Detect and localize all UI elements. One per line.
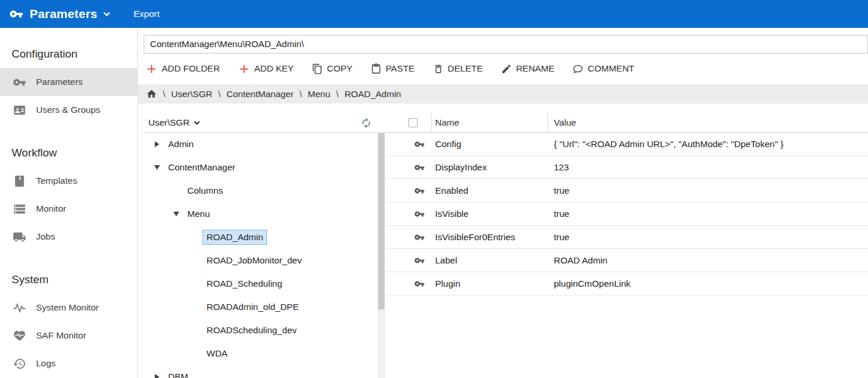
add-key-button[interactable]: ADD KEY [238, 63, 294, 75]
tree-node-road-admin[interactable]: ROAD_Admin [144, 226, 378, 249]
chevron-right-icon[interactable] [150, 374, 165, 378]
param-row-plugin[interactable]: Plugin pluginCmOpenLink [385, 272, 868, 295]
breadcrumb-separator: \ [163, 89, 165, 99]
breadcrumb-item-menu[interactable]: Menu [308, 89, 330, 99]
tree-node-label-selected[interactable]: ROAD_Admin [203, 230, 266, 244]
tree-node-label[interactable]: ContentManager [165, 161, 239, 174]
tree: Admin ContentManager Columns Menu [144, 133, 378, 378]
tree-node-label[interactable]: ROAD_JobMonitor_dev [203, 254, 305, 268]
tree-node-roadscheduling-dev[interactable]: ROADScheduling_dev [144, 319, 378, 342]
param-key-cell [385, 255, 432, 266]
toolbar: ADD FOLDER ADD KEY COPY PASTE DELETE REN… [145, 61, 868, 76]
tree-node-label[interactable]: DBM [165, 370, 191, 378]
tree-root-label[interactable]: User\SGR [148, 117, 190, 128]
sidebar-section-configuration: Configuration Parameters Users & Groups [0, 40, 137, 124]
toolbar-button-label: COMMENT [588, 63, 634, 74]
add-folder-button[interactable]: ADD FOLDER [145, 63, 220, 75]
tree-node-label[interactable]: WDA [203, 347, 231, 361]
param-row-isvisible[interactable]: IsVisible true [385, 202, 868, 226]
path-input[interactable] [144, 35, 868, 54]
sidebar-item-parameters[interactable]: Parameters [0, 68, 137, 96]
tree-scrollbar[interactable] [378, 133, 385, 378]
sidebar-item-saf-monitor[interactable]: SAF Monitor [0, 322, 137, 350]
param-value: true [548, 209, 868, 219]
param-value: pluginCmOpenLink [548, 279, 868, 289]
table-header: Name Value [385, 113, 868, 133]
param-row-config[interactable]: Config { "Url": "<ROAD Admin URL>", "Aut… [385, 133, 868, 156]
sidebar-item-templates[interactable]: Templates [0, 167, 137, 195]
column-header-value[interactable]: Value [548, 113, 868, 132]
pencil-icon [501, 63, 512, 74]
scrollbar-thumb[interactable] [378, 133, 385, 309]
sidebar-item-monitor[interactable]: Monitor [0, 195, 137, 223]
tree-root-selector: User\SGR [144, 113, 378, 133]
tree-node-label[interactable]: Admin [165, 137, 197, 151]
chevron-down-icon[interactable] [102, 10, 111, 19]
tree-node-label[interactable]: Columns [184, 184, 226, 198]
chevron-right-icon[interactable] [150, 141, 165, 147]
param-name: Label [432, 255, 548, 266]
rename-button[interactable]: RENAME [501, 63, 554, 74]
paste-button[interactable]: PASTE [371, 63, 415, 74]
param-value: true [548, 186, 868, 196]
sidebar-item-jobs[interactable]: Jobs [0, 223, 137, 251]
param-name: DisplayIndex [432, 162, 548, 173]
tree-node-road-scheduling[interactable]: ROAD_Scheduling [144, 272, 378, 295]
sidebar-heading-configuration: Configuration [0, 40, 137, 68]
tree-panel: User\SGR Admin ContentManager [144, 113, 378, 378]
column-header-name[interactable]: Name [432, 113, 548, 132]
tree-node-wda[interactable]: WDA [144, 342, 378, 365]
tree-node-label[interactable]: ROAD_Scheduling [203, 277, 286, 291]
key-icon [414, 232, 425, 243]
tree-node-label[interactable]: Menu [184, 207, 214, 221]
comment-button[interactable]: COMMENT [572, 63, 634, 74]
tree-node-road-jobmonitor-dev[interactable]: ROAD_JobMonitor_dev [144, 249, 378, 272]
tree-node-label[interactable]: ROADAdmin_old_DPE [203, 300, 303, 314]
tree-node-contentmanager[interactable]: ContentManager [144, 156, 378, 179]
select-all-checkbox[interactable] [408, 118, 418, 127]
param-row-displayindex[interactable]: DisplayIndex 123 [385, 156, 868, 179]
paste-icon [371, 63, 382, 74]
breadcrumb-item-road-admin[interactable]: ROAD_Admin [344, 89, 401, 99]
sidebar-item-users-groups[interactable]: Users & Groups [0, 96, 137, 124]
menu-export[interactable]: Export [133, 9, 159, 19]
add-icon [145, 63, 158, 75]
sidebar-item-system-monitor[interactable]: System Monitor [0, 294, 137, 322]
sidebar-item-label: Logs [36, 358, 56, 369]
sidebar-section-workflow: Workflow Templates Monitor Jobs [0, 139, 137, 251]
comment-icon [572, 63, 584, 74]
copy-button[interactable]: COPY [312, 63, 353, 74]
tree-node-label[interactable]: ROADScheduling_dev [203, 323, 300, 337]
tree-node-roadadmin-old-dpe[interactable]: ROADAdmin_old_DPE [144, 295, 378, 319]
toolbar-button-label: DELETE [448, 63, 483, 74]
chevron-down-icon[interactable] [169, 212, 184, 216]
content-area: User\SGR Admin ContentManager [144, 113, 868, 378]
refresh-button[interactable] [361, 117, 372, 129]
sidebar-item-label: SAF Monitor [36, 330, 86, 341]
toolbar-button-label: PASTE [386, 63, 415, 74]
tree-node-menu[interactable]: Menu [144, 202, 378, 226]
sidebar: Configuration Parameters Users & Groups … [0, 28, 138, 378]
param-name: Plugin [432, 279, 548, 289]
tree-node-columns[interactable]: Columns [144, 179, 378, 202]
param-row-label[interactable]: Label ROAD Admin [385, 249, 868, 272]
sidebar-item-label: System Monitor [36, 302, 99, 313]
tree-node-dbm[interactable]: DBM [144, 365, 378, 378]
home-icon[interactable] [146, 88, 157, 99]
sidebar-item-label: Jobs [36, 231, 55, 242]
breadcrumb-item-user-sgr[interactable]: User\SGR [171, 89, 212, 99]
sidebar-item-logs[interactable]: Logs [0, 350, 137, 377]
breadcrumb-item-contentmanager[interactable]: ContentManager [226, 89, 293, 99]
sidebar-item-label: Parameters [36, 77, 83, 87]
breadcrumb-separator: \ [218, 89, 220, 99]
param-row-enabled[interactable]: Enabled true [385, 179, 868, 202]
param-key-cell [385, 232, 432, 243]
chevron-down-icon[interactable] [150, 165, 165, 170]
delete-button[interactable]: DELETE [433, 63, 483, 74]
param-row-isvisiblefor0entries[interactable]: IsVisibleFor0Entries true [385, 226, 868, 249]
param-value: 123 [548, 162, 868, 173]
app-title-dropdown[interactable]: Parameters [30, 7, 97, 21]
param-name: IsVisible [432, 209, 548, 219]
chevron-down-icon[interactable] [193, 119, 201, 127]
tree-node-admin[interactable]: Admin [144, 133, 378, 156]
